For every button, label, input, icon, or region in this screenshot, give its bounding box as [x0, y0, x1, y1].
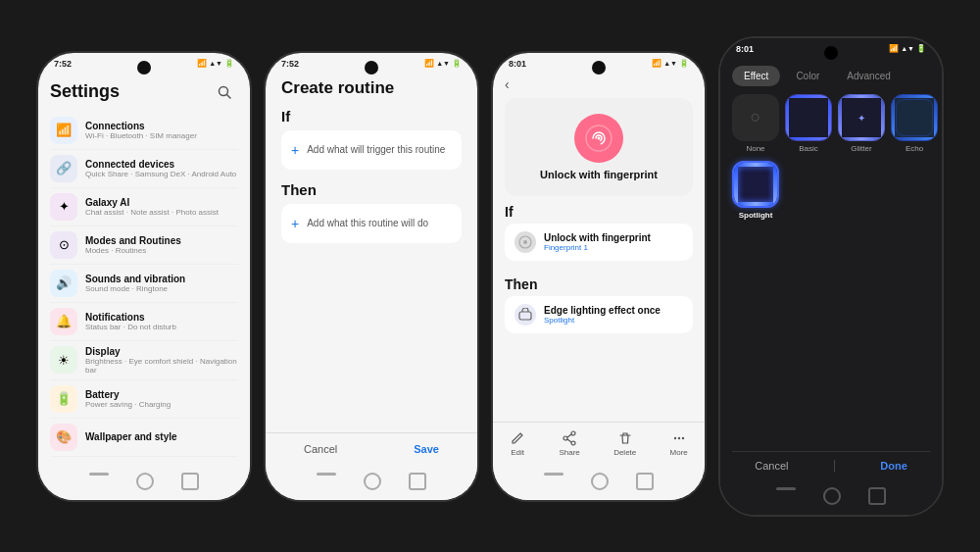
- modes-sub: Modes · Routines: [85, 246, 238, 255]
- effect-glitter-thumb: ✦: [838, 94, 885, 141]
- more-button[interactable]: More: [670, 430, 688, 457]
- nav-back-1[interactable]: [89, 473, 109, 476]
- effect-none[interactable]: ○ None: [732, 94, 779, 153]
- nav-recent-3[interactable]: [636, 473, 654, 490]
- if-item-icon: [514, 231, 536, 253]
- connected-title: Connected devices: [85, 159, 238, 170]
- svg-point-5: [523, 240, 527, 244]
- fingerprint-title: Unlock with fingerprint: [540, 169, 658, 180]
- effect-basic-thumb: [785, 94, 832, 141]
- settings-title: Settings: [50, 81, 120, 102]
- svg-point-13: [677, 436, 679, 438]
- battery-sub: Power saving · Charging: [85, 400, 238, 409]
- phone-2: 7:52 📶 ▲▼ 🔋 Create routine If + Add what…: [264, 51, 479, 502]
- galaxyai-sub: Chat assist · Note assist · Photo assist: [85, 208, 238, 217]
- fingerprint-icon: [574, 114, 623, 163]
- sounds-title: Sounds and vibration: [85, 274, 238, 284]
- effect-tabs: Effect Color Advanced: [732, 56, 930, 94]
- status-time-4: 8:01: [736, 44, 754, 54]
- add-if-plus: +: [291, 142, 299, 158]
- status-time-2: 7:52: [281, 59, 299, 69]
- svg-point-14: [681, 436, 683, 438]
- settings-item-sounds[interactable]: 🔊 Sounds and vibration Sound mode · Ring…: [50, 265, 238, 303]
- effect-echo[interactable]: Echo: [891, 94, 938, 153]
- if-item-title: Unlock with fingerprint: [544, 232, 683, 243]
- fingerprint-hero: Unlock with fingerprint: [505, 98, 693, 196]
- tab-advanced[interactable]: Advanced: [835, 66, 902, 86]
- delete-button[interactable]: Delete: [613, 430, 636, 457]
- if-label: If: [281, 108, 462, 125]
- routine-title: Create routine: [281, 71, 462, 108]
- notch-2: [365, 61, 378, 75]
- effect-glitter-label: Glitter: [851, 144, 871, 153]
- display-sub: Brightness · Eye comfort shield · Naviga…: [85, 357, 238, 375]
- nav-home-2[interactable]: [364, 473, 381, 490]
- nav-recent-4[interactable]: [868, 487, 886, 505]
- routine-content: Create routine If + Add what will trigge…: [266, 71, 477, 432]
- edit-button[interactable]: Edit: [510, 430, 525, 457]
- settings-item-galaxyai[interactable]: ✦ Galaxy AI Chat assist · Note assist · …: [50, 188, 238, 226]
- nav-back-3[interactable]: [544, 473, 564, 476]
- notch-3: [592, 61, 606, 75]
- nav-home-4[interactable]: [823, 487, 841, 505]
- back-header[interactable]: ‹: [493, 71, 705, 98]
- svg-point-7: [571, 431, 575, 435]
- svg-point-12: [673, 436, 675, 438]
- share-button[interactable]: Share: [559, 430, 579, 457]
- edit-label: Edit: [511, 448, 524, 457]
- wallpaper-title: Wallpaper and style: [85, 431, 238, 442]
- notif-sub: Status bar · Do not disturb: [85, 323, 238, 331]
- nav-back-2[interactable]: [317, 473, 336, 476]
- effect-glitter[interactable]: ✦ Glitter: [838, 94, 885, 153]
- effect-none-thumb: ○: [732, 94, 779, 141]
- status-time-3: 8:01: [509, 59, 526, 69]
- nav-recent-1[interactable]: [181, 473, 199, 490]
- then-detail-item[interactable]: Edge lighting effect once Spotlight: [505, 296, 693, 333]
- add-then-item[interactable]: + Add what this routine will do: [281, 204, 462, 243]
- settings-item-modes[interactable]: ⊙ Modes and Routines Modes · Routines: [50, 226, 238, 265]
- routine-detail-footer: Edit Share Delete More: [493, 422, 705, 465]
- effect-spotlight-thumb: [732, 161, 779, 208]
- display-title: Display: [85, 346, 238, 357]
- share-label: Share: [559, 448, 579, 457]
- search-button[interactable]: [211, 78, 238, 106]
- connected-icon: 🔗: [50, 155, 77, 182]
- nav-home-1[interactable]: [136, 473, 154, 490]
- picker-done-button[interactable]: Done: [880, 460, 907, 472]
- more-label: More: [670, 448, 688, 457]
- effect-spotlight[interactable]: Spotlight: [732, 161, 779, 220]
- display-icon: ☀: [50, 346, 77, 374]
- cancel-button[interactable]: Cancel: [304, 443, 337, 455]
- settings-item-battery[interactable]: 🔋 Battery Power saving · Charging: [50, 380, 238, 419]
- picker-cancel-button[interactable]: Cancel: [755, 460, 788, 472]
- modes-icon: ⊙: [50, 231, 77, 259]
- save-button[interactable]: Save: [414, 443, 439, 455]
- routine-footer: Cancel Save: [266, 432, 477, 465]
- status-time-1: 7:52: [54, 59, 72, 69]
- settings-item-wallpaper[interactable]: 🎨 Wallpaper and style: [50, 419, 238, 457]
- effect-basic[interactable]: Basic: [785, 94, 832, 153]
- tab-effect[interactable]: Effect: [732, 66, 780, 86]
- nav-home-3[interactable]: [591, 473, 609, 490]
- galaxyai-title: Galaxy AI: [85, 197, 238, 208]
- settings-item-notifications[interactable]: 🔔 Notifications Status bar · Do not dist…: [50, 303, 238, 341]
- connections-icon: 📶: [50, 117, 77, 144]
- svg-point-8: [571, 441, 575, 445]
- then-section-detail: Then Edge lighting effect once Spotlight: [493, 269, 705, 337]
- phone-3: 8:01 📶 ▲▼ 🔋 ‹ Unloc: [491, 51, 707, 502]
- sounds-icon: 🔊: [50, 270, 77, 297]
- settings-header: Settings: [50, 71, 238, 112]
- settings-item-display[interactable]: ☀ Display Brightness · Eye comfort shiel…: [50, 341, 238, 380]
- tab-color[interactable]: Color: [784, 66, 831, 86]
- settings-item-connections[interactable]: 📶 Connections Wi-Fi · Bluetooth · SIM ma…: [50, 112, 238, 150]
- add-if-item[interactable]: + Add what will trigger this routine: [281, 130, 462, 170]
- effect-grid: ○ None Basic: [732, 94, 930, 153]
- if-section: If Unlock with fingerprint Fingerprint 1: [493, 196, 705, 265]
- nav-back-4[interactable]: [776, 487, 796, 490]
- settings-item-connected[interactable]: 🔗 Connected devices Quick Share · Samsun…: [50, 150, 238, 188]
- status-icons-4: 📶 ▲▼ 🔋: [889, 44, 926, 53]
- notif-title: Notifications: [85, 312, 238, 323]
- nav-recent-2[interactable]: [409, 473, 426, 490]
- notch-4: [824, 46, 838, 60]
- if-detail-item[interactable]: Unlock with fingerprint Fingerprint 1: [505, 224, 693, 261]
